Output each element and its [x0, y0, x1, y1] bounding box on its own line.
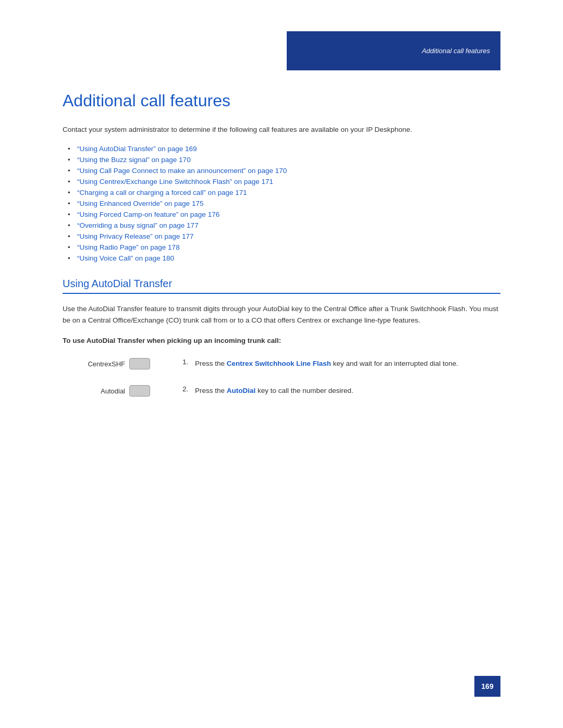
- step-content-blue-2: AutoDial: [227, 387, 256, 394]
- list-item: “Using Centrex/Exchange Line Switchhook …: [68, 178, 500, 186]
- link-call-page-connect[interactable]: “Using Call Page Connect to make an anno…: [77, 167, 287, 175]
- header-banner-text: Additional call features: [422, 47, 490, 55]
- list-item: “Using Privacy Release” on page 177: [68, 232, 500, 240]
- step-label-1: CentrexSHF: [68, 360, 125, 368]
- autodial-key: [129, 385, 150, 397]
- list-item: “Using Forced Camp-on feature” on page 1…: [68, 211, 500, 218]
- link-forced-camp[interactable]: “Using Forced Camp-on feature” on page 1…: [77, 211, 219, 218]
- link-voice-call[interactable]: “Using Voice Call” on page 180: [77, 254, 174, 262]
- steps-container: CentrexSHF 1. Press the Centrex Switchho…: [68, 358, 500, 397]
- step-row-1: CentrexSHF 1. Press the Centrex Switchho…: [68, 358, 500, 369]
- section-title: Using AutoDial Transfer: [63, 278, 500, 294]
- list-item: “Using Enhanced Override” on page 175: [68, 200, 500, 207]
- list-item: “Overriding a busy signal” on page 177: [68, 221, 500, 229]
- step-content-1: Press the Centrex Switchhook Line Flash …: [195, 358, 500, 369]
- list-item: “Using Voice Call” on page 180: [68, 254, 500, 262]
- link-enhanced-override[interactable]: “Using Enhanced Override” on page 175: [77, 200, 203, 207]
- step-content-2: Press the AutoDial key to call the numbe…: [195, 385, 500, 397]
- link-privacy-release[interactable]: “Using Privacy Release” on page 177: [77, 232, 194, 240]
- intro-text: Contact your system administrator to det…: [63, 124, 500, 135]
- step-label-2: Autodial: [68, 387, 125, 395]
- step-content-after-1: key and wait for an interrupted dial ton…: [331, 360, 458, 367]
- header-banner: Additional call features: [287, 31, 500, 70]
- link-overriding-busy[interactable]: “Overriding a busy signal” on page 177: [77, 221, 199, 229]
- page-title: Additional call features: [63, 91, 500, 112]
- step-content-plain-1: Press the: [195, 360, 227, 367]
- list-item: “Charging a call or charging a forced ca…: [68, 189, 500, 196]
- step-number-2: 2.: [182, 385, 195, 393]
- step-content-plain-2: Press the: [195, 387, 227, 394]
- list-item: “Using AutoDial Transfer” on page 169: [68, 145, 500, 153]
- list-item: “Using Radio Page” on page 178: [68, 243, 500, 251]
- centrexshf-key: [129, 358, 150, 369]
- bullet-list: “Using AutoDial Transfer” on page 169 “U…: [63, 145, 500, 262]
- main-content: Additional call features Contact your sy…: [63, 81, 500, 412]
- step-content-blue-1: Centrex Switchhook Line Flash: [227, 360, 331, 367]
- link-buzz-signal[interactable]: “Using the Buzz signal” on page 170: [77, 156, 191, 164]
- step-content-after-2: key to call the number desired.: [255, 387, 353, 394]
- link-centrex-exchange[interactable]: “Using Centrex/Exchange Line Switchhook …: [77, 178, 273, 186]
- page-container: Additional call features Additional call…: [0, 0, 563, 728]
- step-left-2: Autodial: [68, 385, 182, 397]
- link-autodial-transfer[interactable]: “Using AutoDial Transfer” on page 169: [77, 145, 197, 153]
- footer-page: 169: [474, 676, 500, 697]
- step-row-2: Autodial 2. Press the AutoDial key to ca…: [68, 385, 500, 397]
- section-body: Use the AutoDial Transfer feature to tra…: [63, 303, 500, 327]
- link-radio-page[interactable]: “Using Radio Page” on page 178: [77, 243, 180, 251]
- bold-instruction: To use AutoDial Transfer when picking up…: [63, 337, 500, 344]
- link-charging-call[interactable]: “Charging a call or charging a forced ca…: [77, 189, 247, 196]
- page-number: 169: [481, 682, 493, 690]
- list-item: “Using the Buzz signal” on page 170: [68, 156, 500, 164]
- step-number-1: 1.: [182, 358, 195, 366]
- step-left-1: CentrexSHF: [68, 358, 182, 369]
- list-item: “Using Call Page Connect to make an anno…: [68, 167, 500, 175]
